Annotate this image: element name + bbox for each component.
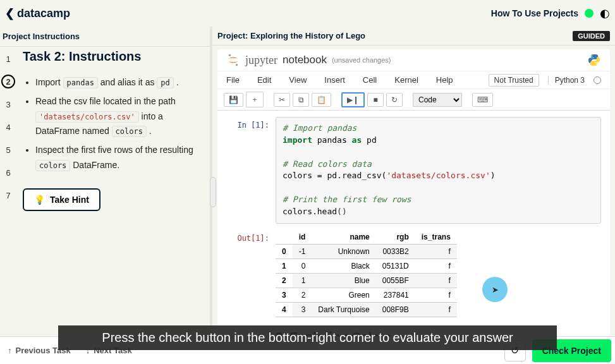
jupyter-menubar: File Edit View Insert Cell Kernel Help N…	[217, 71, 610, 89]
brand-logo[interactable]: ❮ datacamp	[5, 6, 70, 20]
task-nav-3[interactable]: 3	[1, 97, 15, 111]
hint-label: Take Hint	[50, 195, 89, 205]
save-button[interactable]: 💾	[224, 93, 243, 107]
command-palette-button[interactable]: ⌨	[472, 93, 493, 107]
cursor-highlight-icon: ➤	[482, 277, 508, 302]
instructions-content: Task 2: Instructions Import pandas and a…	[16, 47, 210, 336]
svg-point-3	[596, 63, 597, 64]
table-row: 0-1Unknown0033B2f	[276, 244, 457, 258]
task-nav-4[interactable]: 4	[1, 120, 15, 134]
code-path: 'datasets/colors.csv'	[35, 111, 139, 123]
resize-handle[interactable]	[210, 177, 216, 207]
jupyter-name: jupyter	[245, 54, 277, 67]
instructions-header: Project Instructions	[0, 27, 210, 47]
cut-button[interactable]: ✂	[274, 93, 290, 107]
table-row: 21Blue0055BFf	[276, 273, 457, 288]
instruction-item: Read the csv file located in the path 'd…	[35, 94, 201, 139]
guided-badge: GUIDED	[573, 31, 610, 41]
lightbulb-icon: 💡	[34, 195, 45, 205]
python-logo-icon	[587, 53, 601, 67]
menu-cell[interactable]: Cell	[363, 75, 377, 85]
code-token: pd	[157, 77, 173, 88]
code-cell[interactable]: In [1]: # Import pandas import pandas as…	[226, 117, 601, 224]
main-split: Project Instructions 1 2 3 4 5 6 7 Task …	[0, 27, 615, 336]
table-header: rgb	[376, 230, 415, 245]
menu-help[interactable]: Help	[436, 75, 453, 85]
notebook-name[interactable]: notebook	[283, 54, 327, 66]
menu-view[interactable]: View	[289, 75, 307, 85]
code-editor[interactable]: # Import pandas import pandas as pd # Re…	[276, 117, 601, 224]
instruction-item: Import pandas and alias it as pd .	[35, 75, 201, 90]
status-dot-icon	[585, 9, 594, 18]
svg-point-2	[592, 56, 593, 57]
menu-kernel[interactable]: Kernel	[394, 75, 418, 85]
howto-link[interactable]: How To Use Projects	[491, 8, 578, 18]
topbar: ❮ datacamp How To Use Projects ◐	[0, 0, 615, 27]
svg-point-0	[229, 54, 231, 56]
cell-type-select[interactable]: Code	[413, 93, 462, 107]
paste-button[interactable]: 📋	[312, 93, 331, 107]
task-nav-1[interactable]: 1	[1, 52, 15, 66]
jupyter-frame: jupyter notebook (unsaved changes) File …	[217, 49, 610, 336]
task-nav-6[interactable]: 6	[1, 166, 15, 179]
notebook-panel: Project: Exploring the History of Lego G…	[212, 27, 615, 336]
out-prompt: Out[1]:	[226, 230, 276, 317]
task-nav-2[interactable]: 2	[1, 75, 15, 88]
table-header: name	[312, 230, 375, 245]
menu-edit[interactable]: Edit	[257, 75, 271, 85]
restart-button[interactable]: ↻	[386, 93, 403, 107]
kernel-name[interactable]: Python 3	[548, 76, 585, 85]
overlay-caption: Press the check button in the bottom-rig…	[58, 325, 557, 350]
take-hint-button[interactable]: 💡 Take Hint	[23, 188, 100, 211]
table-header: id	[293, 230, 312, 245]
svg-point-1	[236, 64, 238, 66]
table-header	[276, 230, 293, 245]
in-prompt: In [1]:	[226, 117, 276, 224]
table-row: 43Dark Turquoise008F9Bf	[276, 302, 457, 317]
jupyter-toolbar: 💾 ＋ ✂ ⧉ 📋 ▶❙ ■ ↻ Code ⌨	[217, 89, 610, 111]
code-token: colors	[35, 160, 70, 171]
add-cell-button[interactable]: ＋	[246, 92, 264, 107]
table-row: 32Green237841f	[276, 288, 457, 302]
arrow-up-icon: ↑	[8, 346, 12, 355]
menu-insert[interactable]: Insert	[324, 75, 345, 85]
project-title: Project: Exploring the History of Lego	[217, 31, 365, 40]
output-table: idnamergbis_trans 0-1Unknown0033B2f10Bla…	[276, 230, 457, 317]
notebook-body[interactable]: In [1]: # Import pandas import pandas as…	[217, 111, 610, 336]
run-button[interactable]: ▶❙	[341, 92, 365, 107]
jupyter-brand: jupyter notebook (unsaved changes)	[226, 53, 391, 67]
not-trusted-button[interactable]: Not Trusted	[489, 74, 539, 87]
unsaved-indicator: (unsaved changes)	[332, 56, 391, 64]
code-token: pandas	[63, 77, 98, 88]
menu-file[interactable]: File	[226, 75, 240, 85]
output-cell: Out[1]: idnamergbis_trans 0-1Unknown0033…	[226, 230, 601, 317]
project-header: Project: Exploring the History of Lego G…	[212, 27, 615, 46]
instructions-panel: Project Instructions 1 2 3 4 5 6 7 Task …	[0, 27, 212, 336]
jupyter-logo-icon	[226, 53, 240, 67]
brand-text: datacamp	[17, 7, 70, 20]
instruction-list: Import pandas and alias it as pd . Read …	[23, 75, 201, 173]
instruction-item: Inspect the first five rows of the resul…	[35, 143, 201, 173]
profile-icon[interactable]: ◐	[600, 6, 610, 20]
task-title: Task 2: Instructions	[23, 49, 201, 64]
instructions-body: 1 2 3 4 5 6 7 Task 2: Instructions Impor…	[0, 47, 210, 336]
code-token: colors	[112, 126, 147, 137]
topbar-right: How To Use Projects ◐	[491, 6, 610, 20]
table-header: is_trans	[415, 230, 457, 245]
copy-button[interactable]: ⧉	[293, 93, 309, 107]
task-nav: 1 2 3 4 5 6 7	[0, 47, 16, 336]
kernel-indicator-icon	[594, 76, 601, 84]
task-nav-7[interactable]: 7	[1, 188, 15, 202]
stop-button[interactable]: ■	[367, 93, 384, 107]
task-nav-5[interactable]: 5	[1, 143, 15, 157]
logo-icon: ❮	[5, 6, 15, 20]
jupyter-header: jupyter notebook (unsaved changes)	[217, 49, 610, 71]
table-row: 10Black05131Df	[276, 258, 457, 273]
